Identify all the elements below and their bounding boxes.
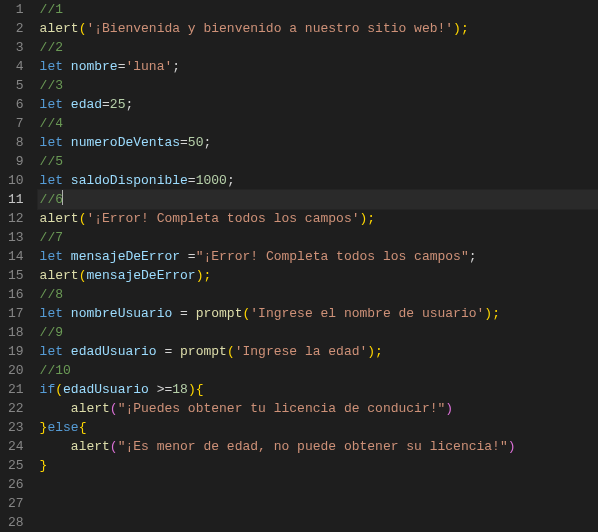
code-line[interactable]: //9	[38, 323, 598, 342]
code-line[interactable]: //8	[38, 285, 598, 304]
code-line[interactable]: }	[38, 456, 598, 475]
line-number[interactable]: 20	[8, 361, 24, 380]
line-number[interactable]: 1	[8, 0, 24, 19]
line-number[interactable]: 17	[8, 304, 24, 323]
line-number[interactable]: 2	[8, 19, 24, 38]
code-area[interactable]: //1 alert('¡Bienvenida y bienvenido a nu…	[38, 0, 598, 532]
line-number[interactable]: 4	[8, 57, 24, 76]
code-line-active[interactable]: //6	[38, 190, 598, 209]
line-number[interactable]: 27	[8, 494, 24, 513]
code-line[interactable]: //5	[38, 152, 598, 171]
code-line[interactable]: alert("¡Es menor de edad, no puede obten…	[38, 437, 598, 456]
code-editor: 1 2 3 4 5 6 7 8 9 10 11 12 13 14 15 16 1…	[0, 0, 598, 532]
text-cursor	[62, 190, 63, 205]
line-number[interactable]: 5	[8, 76, 24, 95]
line-number[interactable]: 23	[8, 418, 24, 437]
code-line[interactable]: let numeroDeVentas=50;	[38, 133, 598, 152]
code-line[interactable]: //3	[38, 76, 598, 95]
code-line[interactable]	[38, 494, 598, 513]
code-line[interactable]: let nombre='luna';	[38, 57, 598, 76]
code-line[interactable]: let saldoDisponible=1000;	[38, 171, 598, 190]
line-number[interactable]: 18	[8, 323, 24, 342]
line-number[interactable]: 9	[8, 152, 24, 171]
code-line[interactable]: alert(mensajeDeError);	[38, 266, 598, 285]
code-line[interactable]: }else{	[38, 418, 598, 437]
line-number[interactable]: 7	[8, 114, 24, 133]
code-line[interactable]: alert("¡Puedes obtener tu licencia de co…	[38, 399, 598, 418]
line-number[interactable]: 16	[8, 285, 24, 304]
line-number[interactable]: 22	[8, 399, 24, 418]
line-number[interactable]: 19	[8, 342, 24, 361]
line-number[interactable]: 15	[8, 266, 24, 285]
code-line[interactable]: let edad=25;	[38, 95, 598, 114]
line-number-gutter: 1 2 3 4 5 6 7 8 9 10 11 12 13 14 15 16 1…	[0, 0, 38, 532]
code-line[interactable]: let edadUsuario = prompt('Ingrese la eda…	[38, 342, 598, 361]
code-line[interactable]	[38, 475, 598, 494]
line-number[interactable]: 8	[8, 133, 24, 152]
code-line[interactable]	[38, 513, 598, 532]
code-line[interactable]: //7	[38, 228, 598, 247]
code-line[interactable]: alert('¡Bienvenida y bienvenido a nuestr…	[38, 19, 598, 38]
line-number[interactable]: 3	[8, 38, 24, 57]
line-number[interactable]: 13	[8, 228, 24, 247]
line-number[interactable]: 14	[8, 247, 24, 266]
code-line[interactable]: //2	[38, 38, 598, 57]
code-line[interactable]: let mensajeDeError ="¡Error! Completa to…	[38, 247, 598, 266]
line-number-active[interactable]: 11	[8, 190, 24, 209]
line-number[interactable]: 26	[8, 475, 24, 494]
code-line[interactable]: alert('¡Error! Completa todos los campos…	[38, 209, 598, 228]
code-line[interactable]: if(edadUsuario >=18){	[38, 380, 598, 399]
line-number[interactable]: 10	[8, 171, 24, 190]
line-number[interactable]: 24	[8, 437, 24, 456]
code-line[interactable]: //10	[38, 361, 598, 380]
code-line[interactable]: //4	[38, 114, 598, 133]
line-number[interactable]: 28	[8, 513, 24, 532]
code-line[interactable]: let nombreUsuario = prompt('Ingrese el n…	[38, 304, 598, 323]
line-number[interactable]: 12	[8, 209, 24, 228]
line-number[interactable]: 6	[8, 95, 24, 114]
code-line[interactable]: //1	[38, 0, 598, 19]
line-number[interactable]: 21	[8, 380, 24, 399]
line-number[interactable]: 25	[8, 456, 24, 475]
